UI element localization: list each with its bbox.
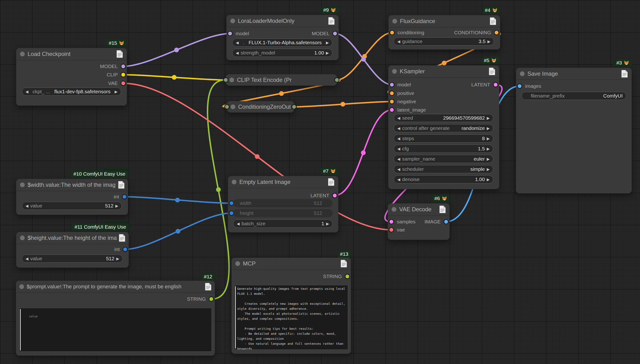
decrement-icon[interactable]: ◀ [397, 126, 400, 130]
decrement-icon[interactable]: ◀ [26, 204, 28, 208]
output-dot-latent[interactable] [493, 82, 498, 87]
node-titlebar[interactable]: $width.value:The width of the imag [16, 179, 128, 191]
decrement-icon[interactable]: ◀ [26, 90, 28, 94]
collapsed-input-dot[interactable] [224, 104, 230, 110]
widget-seed[interactable]: ◀ seed 296694570599682 ▶ [394, 114, 493, 122]
node-titlebar[interactable]: Empty Latent Image [228, 176, 338, 188]
collapse-dot-icon[interactable] [392, 69, 397, 74]
widget-filename-prefix[interactable]: filename_prefix ComfyUI [522, 92, 626, 100]
decrement-icon[interactable]: ◀ [237, 222, 240, 226]
widget-batch-size[interactable]: ◀ batch_size 1 ▶ [233, 220, 332, 228]
node-width-input[interactable]: #10 ComfyUI Easy Use $width.value:The wi… [16, 179, 128, 215]
collapsed-output-dot[interactable] [292, 104, 297, 110]
increment-icon[interactable]: ▶ [326, 40, 329, 45]
output-dot-model[interactable] [120, 64, 126, 69]
collapse-dot-icon[interactable] [392, 207, 396, 212]
node-clip-text-encode[interactable]: CLIP Text Encode (Pr [226, 74, 337, 86]
increment-icon[interactable]: ▶ [487, 167, 490, 172]
node-height-input[interactable]: #11 ComfyUI Easy Use $height.value:The h… [16, 232, 129, 268]
decrement-icon[interactable]: ◀ [397, 146, 400, 151]
decrement-icon[interactable]: ◀ [236, 40, 239, 45]
node-prompt-input[interactable]: #12 $prompt.value!:The prompt to generat… [16, 281, 215, 356]
widget-value[interactable]: ◀ value 512 ▶ [22, 202, 122, 210]
node-graph-canvas[interactable]: #15 Load Checkpoint MODEL CLIP VAE ◀ ckp… [0, 0, 640, 364]
input-dot-images[interactable] [517, 84, 522, 89]
node-lora-loader[interactable]: #9 LoraLoaderModelOnly model MODEL ◀ . F… [226, 15, 338, 60]
node-titlebar[interactable]: VAE Decode [388, 204, 450, 216]
collapse-dot-icon[interactable] [229, 78, 234, 82]
input-dot-model[interactable] [228, 31, 233, 36]
decrement-icon[interactable]: ◀ [26, 256, 28, 261]
widget-denoise[interactable]: ◀ denoise 1.00 ▶ [394, 175, 493, 184]
output-dot-string[interactable] [209, 296, 214, 302]
output-dot-string[interactable] [345, 274, 350, 279]
output-dot-vae[interactable] [120, 81, 126, 86]
decrement-icon[interactable]: ◀ [397, 39, 400, 44]
collapse-dot-icon[interactable] [20, 236, 25, 240]
collapsed-input-dot[interactable] [223, 77, 228, 82]
increment-icon[interactable]: ▶ [326, 222, 329, 226]
decrement-icon[interactable]: ◀ [397, 177, 400, 182]
increment-icon[interactable]: ▶ [487, 136, 490, 141]
node-flux-guidance[interactable]: #4 FluxGuidance conditioning CONDITIONIN… [388, 15, 500, 50]
collapse-dot-icon[interactable] [230, 104, 235, 109]
decrement-icon[interactable]: ◀ [236, 51, 239, 55]
node-load-checkpoint[interactable]: #15 Load Checkpoint MODEL CLIP VAE ◀ ckp… [16, 48, 127, 106]
node-titlebar[interactable]: MCP [232, 258, 351, 270]
widget-strength-model[interactable]: ◀ strength_model 1.00 ▶ [232, 49, 332, 57]
output-dot-int[interactable] [122, 247, 128, 252]
increment-icon[interactable]: ▶ [487, 126, 490, 130]
node-titlebar[interactable]: Save Image [516, 68, 632, 80]
decrement-icon[interactable]: ◀ [397, 116, 400, 120]
increment-icon[interactable]: ▶ [116, 256, 119, 261]
decrement-icon[interactable]: ◀ [397, 157, 400, 161]
output-dot-clip[interactable] [120, 72, 126, 77]
increment-icon[interactable]: ▶ [487, 146, 490, 151]
input-dot-conditioning[interactable] [390, 30, 395, 35]
node-ksampler[interactable]: #5 KSampler model LATENT positive negati… [388, 66, 499, 189]
collapse-dot-icon[interactable] [520, 71, 524, 76]
widget-control-after-generate[interactable]: ◀ control after generate randomize ▶ [394, 124, 493, 132]
collapsed-output-dot[interactable] [334, 77, 340, 82]
widget-cfg[interactable]: ◀ cfg 1.5 ▶ [394, 145, 493, 153]
increment-icon[interactable]: ▶ [326, 51, 329, 55]
collapse-dot-icon[interactable] [20, 182, 25, 187]
collapse-dot-icon[interactable] [20, 52, 25, 56]
widget-ckpt-name[interactable]: ◀ ckpt_ ... flux1-dev-fp8.safetensors ▶ [22, 88, 121, 96]
increment-icon[interactable]: ▶ [115, 90, 118, 94]
node-titlebar[interactable]: LoraLoaderModelOnly [226, 15, 338, 27]
input-dot-model[interactable] [389, 82, 394, 87]
output-dot-image[interactable] [444, 219, 449, 224]
increment-icon[interactable]: ▶ [487, 157, 490, 161]
widget-lora-name[interactable]: ◀ . FLUX.1-Turbo-Alpha.safetensors ▶ [232, 38, 332, 47]
node-titlebar[interactable]: $prompt.value!:The prompt to generate th… [16, 281, 215, 293]
node-titlebar[interactable]: FluxGuidance [388, 15, 500, 27]
node-save-image[interactable]: #3 Save Image images filename_prefix Com… [516, 68, 632, 194]
input-dot-latent-image[interactable] [389, 107, 394, 112]
node-vae-decode[interactable]: #6 VAE Decode samples IMAGE vae [388, 204, 450, 240]
decrement-icon[interactable]: ◀ [397, 167, 400, 172]
widget-guidance[interactable]: ◀ guidance 3.5 ▶ [394, 37, 494, 46]
node-conditioning-zero-out[interactable]: ConditioningZeroOut [227, 101, 294, 112]
increment-icon[interactable]: ▶ [487, 116, 490, 120]
increment-icon[interactable]: ▶ [488, 39, 490, 44]
output-dot-latent[interactable] [332, 193, 337, 198]
output-dot-model[interactable] [332, 31, 338, 36]
node-titlebar[interactable]: Load Checkpoint [16, 48, 127, 60]
output-dot-conditioning[interactable] [494, 30, 499, 35]
widget-value[interactable]: ◀ value 512 ▶ [22, 254, 123, 263]
input-dot-positive[interactable] [389, 91, 394, 96]
prompt-textarea[interactable]: value [19, 308, 212, 352]
output-dot-int[interactable] [122, 194, 127, 199]
node-titlebar[interactable]: $height.value:The height of the ima [16, 232, 129, 244]
input-dot-negative[interactable] [389, 99, 394, 104]
node-mcp[interactable]: #13 MCP STRING Generate high-quality ima… [232, 258, 351, 354]
collapse-dot-icon[interactable] [235, 261, 240, 266]
widget-scheduler[interactable]: ◀ scheduler simple ▶ [394, 165, 493, 173]
collapse-dot-icon[interactable] [19, 284, 24, 289]
collapse-dot-icon[interactable] [392, 19, 397, 24]
node-empty-latent-image[interactable]: #7 Empty Latent Image LATENT width 512 h… [228, 176, 338, 232]
widget-sampler-name[interactable]: ◀ sampler_name euler ▶ [394, 155, 493, 163]
widget-steps[interactable]: ◀ steps 8 ▶ [394, 134, 493, 142]
node-titlebar[interactable]: CLIP Text Encode (Pr [226, 74, 337, 86]
